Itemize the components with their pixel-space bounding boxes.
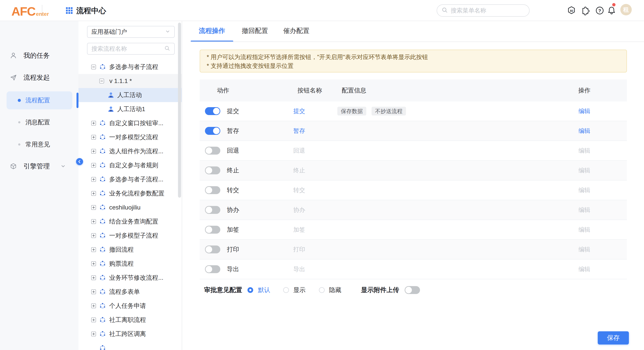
tab-urge-config[interactable]: 催办配置 [280, 25, 312, 37]
button-name-link[interactable]: 暂存 [293, 127, 305, 135]
edit-link[interactable]: 编辑 [572, 166, 596, 174]
tree-expander-plus-icon[interactable] [91, 163, 96, 168]
tree-expander-plus-icon[interactable] [91, 205, 96, 210]
tree-item-0[interactable]: 多选参与者子流程 [78, 60, 182, 74]
action-toggle[interactable] [205, 206, 220, 214]
tree-expander-plus-icon[interactable] [91, 289, 96, 294]
tree-item-8[interactable]: 多选参与者子流程... [78, 172, 182, 187]
avatar[interactable]: 租 [620, 4, 632, 15]
button-name-link: 打印 [293, 246, 305, 253]
action-toggle[interactable] [205, 166, 220, 174]
tree-item-16[interactable]: 流程多表单 [78, 285, 182, 299]
tree-expander-plus-icon[interactable] [91, 149, 96, 154]
tree-expander-minus-icon[interactable] [99, 79, 104, 83]
tree-expander-plus-icon[interactable] [91, 261, 96, 266]
sidebar-item-engine-management[interactable]: 引擎管理 [0, 159, 78, 173]
tree-item-6[interactable]: 选人组件作为流程... [78, 144, 182, 158]
button-name-link[interactable]: 提交 [293, 107, 305, 115]
process-search-input[interactable]: 搜索流程名称 [87, 43, 175, 55]
radio-default[interactable] [248, 287, 253, 293]
tree-item-9[interactable]: 业务化流程参数配置 [78, 187, 182, 201]
tree-expander-plus-icon[interactable] [91, 135, 96, 140]
radio-hide-label[interactable]: 隐藏 [329, 286, 341, 294]
radio-default-label[interactable]: 默认 [258, 286, 270, 294]
app-root: AFC enter 流程中心 搜索菜单名称 AI ? [0, 0, 644, 350]
tree-item-1[interactable]: v 1.1.1 * [78, 74, 182, 88]
sidebar-item-message-config[interactable]: 消息配置 [0, 115, 78, 129]
sidebar-item-my-tasks[interactable]: 我的任务 [0, 49, 78, 63]
sidebar-item-common-opinions[interactable]: 常用意见 [0, 137, 78, 151]
menu-search-input[interactable]: 搜索菜单名称 [437, 5, 530, 17]
tree-item-4[interactable]: 自定义窗口按钮审... [78, 116, 182, 130]
toggle-knob [213, 128, 220, 134]
tree-item-label: 一对多模型父流程 [109, 133, 158, 141]
attachment-upload-toggle[interactable] [405, 286, 420, 294]
edit-link[interactable]: 编辑 [572, 107, 596, 115]
action-toggle[interactable] [205, 246, 220, 253]
tree-item-3[interactable]: 人工活动1 [78, 102, 182, 116]
tree-item-18[interactable]: 社工离职流程 [78, 313, 182, 327]
tree-expander-plus-icon[interactable] [91, 219, 96, 224]
edit-link[interactable]: 编辑 [572, 206, 596, 214]
tab-withdraw-config[interactable]: 撤回配置 [239, 25, 271, 37]
app-select-dropdown[interactable]: 应用基础门户 [87, 26, 175, 38]
tree-expander-plus-icon[interactable] [91, 317, 96, 322]
logo-text-main: AFC [12, 5, 35, 18]
action-toggle[interactable] [205, 186, 220, 194]
notifications-bell-icon[interactable] [606, 5, 617, 16]
app-logo[interactable]: AFC enter [12, 0, 49, 21]
tree-item-11[interactable]: 结合业务查询配置 [78, 215, 182, 229]
action-toggle[interactable] [205, 127, 220, 135]
radio-show-label[interactable]: 显示 [293, 286, 306, 294]
tab-process-operations[interactable]: 流程操作 [191, 25, 233, 37]
sidebar-collapse-button[interactable] [76, 158, 83, 165]
edit-link[interactable]: 编辑 [572, 127, 596, 135]
tree-item-17[interactable]: 个人任务申请 [78, 299, 182, 313]
tree-item-7[interactable]: 自定义参与者规则 [78, 158, 182, 172]
ai-assistant-icon[interactable]: AI [566, 5, 577, 16]
sidebar-item-process-start[interactable]: 流程发起 [0, 71, 78, 85]
action-toggle[interactable] [205, 107, 220, 115]
app-grid-icon[interactable] [66, 7, 73, 14]
tree-expander-plus-icon[interactable] [91, 275, 96, 280]
tree-expander-minus-icon[interactable] [91, 65, 96, 69]
plugin-icon[interactable] [580, 5, 591, 16]
tree-expander-plus-icon[interactable] [91, 303, 96, 308]
process-icon [99, 274, 106, 281]
main-content: 流程操作 撤回配置 催办配置 * 用户可以为流程指定环节选择所需按钮，"开关启用… [182, 21, 644, 350]
tree-item-15[interactable]: 业务环节修改流程... [78, 271, 182, 285]
sidebar-item-process-config[interactable]: 流程配置 [6, 91, 72, 109]
config-tag: 不抄送流程 [372, 107, 406, 115]
tree-scrollbar[interactable] [178, 23, 181, 198]
tree-item-5[interactable]: 一对多模型父流程 [78, 130, 182, 144]
tree-item-label: 多选参与者子流程... [109, 175, 163, 184]
action-toggle[interactable] [205, 147, 220, 154]
save-button[interactable]: 保存 [598, 331, 629, 344]
edit-link[interactable]: 编辑 [572, 147, 596, 154]
tree-item-10[interactable]: ceshiluojiliu [78, 201, 182, 215]
inactive-dot [18, 143, 20, 145]
action-toggle[interactable] [205, 226, 220, 234]
tree-expander-plus-icon[interactable] [91, 247, 96, 252]
tree-item-19[interactable]: 社工跨区调离 [78, 327, 182, 341]
help-icon[interactable]: ? [594, 5, 605, 16]
tree-expander-plus-icon[interactable] [91, 121, 96, 126]
edit-link[interactable]: 编辑 [572, 246, 596, 253]
edit-link[interactable]: 编辑 [572, 186, 596, 194]
tab-divider [191, 42, 644, 42]
tree-item-20[interactable] [78, 341, 182, 350]
tree-item-13[interactable]: 撤回流程 [78, 243, 182, 257]
radio-hide[interactable] [319, 287, 325, 293]
radio-show[interactable] [283, 287, 289, 293]
tree-item-2[interactable]: 人工活动 [78, 88, 182, 102]
edit-link[interactable]: 编辑 [572, 226, 596, 234]
edit-link[interactable]: 编辑 [572, 265, 596, 273]
action-toggle[interactable] [205, 265, 220, 273]
tree-item-14[interactable]: 购票流程 [78, 257, 182, 271]
tree-expander-plus-icon[interactable] [91, 191, 96, 196]
action-row-1: 暂存暂存编辑 [200, 121, 627, 141]
tree-item-12[interactable]: 一对多模型子流程 [78, 229, 182, 243]
tree-expander-plus-icon[interactable] [91, 233, 96, 238]
tree-expander-plus-icon[interactable] [91, 331, 96, 336]
tree-expander-plus-icon[interactable] [91, 177, 96, 182]
